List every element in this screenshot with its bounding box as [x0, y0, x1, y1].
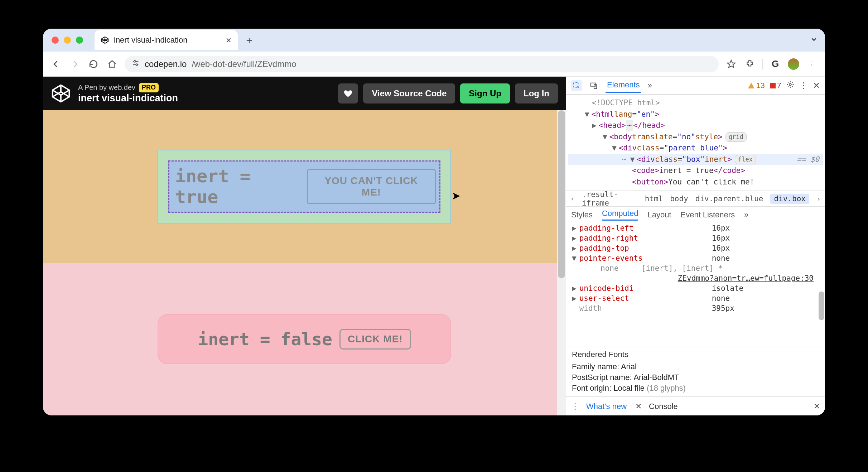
reload-button[interactable] — [87, 58, 100, 70]
profile-avatar[interactable] — [788, 58, 799, 70]
device-toolbar-icon[interactable] — [588, 80, 599, 91]
pen-byline: A Pen by web.dev — [78, 83, 135, 91]
codepen-logo-icon — [51, 83, 71, 103]
codepen-icon — [101, 36, 109, 44]
devtools-scrollbar[interactable] — [817, 277, 825, 349]
source-link[interactable]: ZEvdmmo?anon=tr…ew=fullpage:30 — [678, 274, 819, 283]
like-button[interactable] — [338, 83, 358, 103]
forward-button[interactable] — [69, 58, 81, 70]
chrome-tab-bar: inert visual-indication × ＋ — [43, 29, 825, 52]
disabled-button: YOU CAN'T CLICK ME! — [307, 169, 436, 204]
svg-point-6 — [136, 64, 138, 66]
code-inert-false: inert = false — [198, 329, 332, 349]
warnings-badge[interactable]: 13 — [748, 81, 765, 90]
event-listeners-tab[interactable]: Event Listeners — [681, 210, 735, 220]
more-styles-tabs-icon[interactable]: » — [744, 210, 748, 220]
google-account-icon[interactable]: G — [769, 58, 781, 70]
url-path: /web-dot-dev/full/ZEvdmmo — [192, 59, 296, 69]
close-whats-new-icon[interactable]: ✕ — [635, 402, 642, 411]
page-scrollbar[interactable] — [557, 110, 566, 415]
warning-icon — [748, 83, 754, 88]
fullscreen-window-button[interactable] — [76, 37, 83, 44]
svg-marker-7 — [727, 60, 735, 68]
close-window-button[interactable] — [52, 37, 59, 44]
url-host: codepen.io — [145, 59, 187, 69]
demo-section-inert-true: inert = true YOU CAN'T CLICK ME! ➤ — [43, 110, 566, 263]
view-source-button[interactable]: View Source Code — [363, 83, 455, 103]
inspect-highlight-content: inert = true YOU CAN'T CLICK ME! — [168, 160, 440, 213]
extensions-icon[interactable] — [744, 58, 756, 70]
inspect-element-icon[interactable] — [571, 80, 582, 91]
back-button[interactable] — [50, 58, 62, 70]
selected-dom-node[interactable]: ⋯▼<div class="box" inert>flex== $0 — [568, 154, 823, 165]
errors-badge[interactable]: 7 — [770, 81, 781, 90]
inspect-highlight-margin: inert = true YOU CAN'T CLICK ME! — [158, 150, 451, 223]
tabs-dropdown-icon[interactable] — [810, 35, 818, 45]
close-drawer-icon[interactable]: ✕ — [814, 402, 820, 411]
active-box: inert = false CLICK ME! — [158, 314, 451, 364]
whats-new-tab[interactable]: What's new — [586, 402, 627, 411]
click-me-button[interactable]: CLICK ME! — [339, 329, 411, 350]
address-bar[interactable]: codepen.io/web-dot-dev/full/ZEvdmmo — [125, 56, 719, 72]
styles-tab[interactable]: Styles — [571, 210, 593, 220]
breadcrumb-left-icon[interactable]: ‹ — [570, 194, 575, 203]
dom-tree[interactable]: <!DOCTYPE html> ▼<html lang="en"> ▶<head… — [566, 95, 825, 191]
error-icon — [770, 83, 776, 88]
chrome-toolbar: codepen.io/web-dot-dev/full/ZEvdmmo G ⋮ — [43, 52, 825, 77]
breadcrumb[interactable]: ‹ .result-iframe html body div.parent.bl… — [566, 191, 825, 207]
cursor-icon: ➤ — [452, 189, 460, 202]
settings-icon[interactable] — [786, 81, 794, 91]
codepen-header: A Pen by web.devPRO inert visual-indicat… — [43, 77, 566, 110]
svg-point-14 — [789, 83, 791, 86]
page-content: A Pen by web.devPRO inert visual-indicat… — [43, 77, 566, 415]
star-icon[interactable] — [725, 58, 737, 70]
computed-tab[interactable]: Computed — [602, 209, 638, 221]
chrome-menu-icon[interactable]: ⋮ — [806, 58, 818, 70]
devtools-tabs: Elements » 13 7 ⋮ ✕ — [566, 77, 825, 95]
close-devtools-icon[interactable]: ✕ — [813, 81, 820, 91]
pro-badge: PRO — [139, 83, 159, 92]
tab-title: inert visual-indication — [114, 35, 221, 45]
devtools-drawer: ⋮ What's new✕ Console ✕ — [566, 397, 825, 415]
fonts-header: Rendered Fonts — [572, 350, 819, 359]
devtools-panel: Elements » 13 7 ⋮ ✕ <!DOCTYPE html> ▼<ht — [566, 77, 825, 415]
new-tab-button[interactable]: ＋ — [244, 33, 254, 47]
more-tabs-icon[interactable]: » — [648, 81, 652, 90]
layout-tab[interactable]: Layout — [647, 210, 671, 220]
devtools-menu-icon[interactable]: ⋮ — [799, 81, 808, 91]
close-tab-icon[interactable]: × — [226, 35, 231, 46]
site-settings-icon[interactable] — [132, 59, 140, 69]
minimize-window-button[interactable] — [64, 37, 71, 44]
console-tab[interactable]: Console — [649, 402, 678, 411]
drawer-menu-icon[interactable]: ⋮ — [571, 402, 579, 411]
browser-tab[interactable]: inert visual-indication × — [95, 30, 238, 50]
svg-point-5 — [134, 61, 136, 62]
computed-panel[interactable]: ▶padding-left16px ▶padding-right16px ▶pa… — [566, 223, 825, 347]
breadcrumb-right-icon[interactable]: › — [816, 194, 821, 203]
heart-icon — [343, 89, 353, 98]
elements-tab[interactable]: Elements — [606, 78, 641, 93]
demo-area: inert = true YOU CAN'T CLICK ME! ➤ inert… — [43, 110, 566, 415]
pen-title: inert visual-indication — [78, 92, 178, 104]
window-controls — [52, 37, 83, 44]
styles-tabs: Styles Computed Layout Event Listeners » — [566, 207, 825, 223]
log-in-button[interactable]: Log In — [515, 83, 558, 103]
browser-window: inert visual-indication × ＋ codepen.io/w… — [43, 29, 825, 415]
rendered-fonts-panel: Rendered Fonts Family name: Arial PostSc… — [566, 347, 825, 397]
code-inert-true: inert = true — [175, 166, 301, 207]
sign-up-button[interactable]: Sign Up — [460, 83, 510, 103]
demo-section-inert-false: inert = false CLICK ME! — [43, 263, 566, 415]
home-button[interactable] — [106, 58, 118, 70]
